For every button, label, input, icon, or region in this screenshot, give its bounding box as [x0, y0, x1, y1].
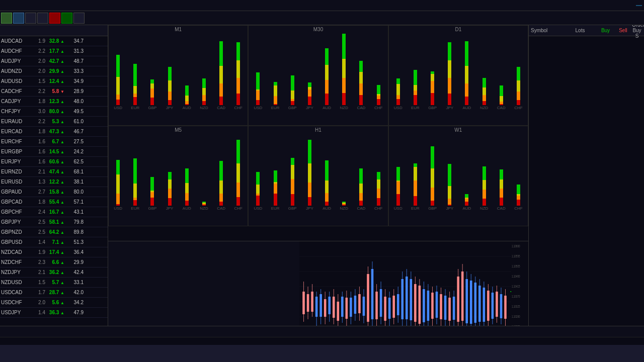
tab-lowest[interactable]: [49, 13, 60, 24]
svg-rect-30: [350, 298, 352, 317]
sym-adp: 57.1: [64, 199, 84, 205]
column-headers: [0, 25, 108, 36]
bar-group: JPY: [441, 164, 458, 211]
symbol-row[interactable]: GBPNZD 2.5 64.2 ▲ 89.8: [0, 227, 108, 237]
symbol-row[interactable]: EURNZD 2.1 47.4 ▲ 68.1: [0, 167, 108, 177]
symbol-row[interactable]: GBPJPY 2.5 58.1 ▲ 79.8: [0, 217, 108, 227]
bar-group: CHF: [370, 172, 387, 211]
symbol-row[interactable]: NZDCHF 2.3 6.6 ▲ 29.9: [0, 257, 108, 267]
currency-bar: [150, 79, 154, 83]
currency-bar: [168, 172, 172, 179]
sym-pso: 15.8 ▲: [45, 189, 64, 195]
candle-svg: 1.10680 1.10595 1.10505 1.10460 1.10415 …: [299, 241, 528, 326]
currency-bar: [377, 179, 380, 189]
tab-trading[interactable]: [1, 13, 12, 24]
currency-bar: [448, 186, 451, 199]
symbol-row[interactable]: USDJPY 1.4 36.3 ▲ 47.9: [0, 308, 108, 318]
chart-h1: H1 USDEURGBPJPYAUDNZDCADCHF: [248, 126, 388, 226]
symbol-row[interactable]: NZDCAD 1.9 17.4 ▲ 36.4: [0, 247, 108, 257]
bar-label: CHF: [514, 206, 522, 211]
symbol-row[interactable]: GBPUSD 1.4 7.1 ▲ 51.3: [0, 237, 108, 247]
bar-group: GBP: [144, 79, 160, 110]
symbol-row[interactable]: EURCAD 1.8 47.3 ▲ 46.7: [0, 127, 108, 137]
sym-spread: 2.0: [31, 300, 45, 305]
sym-pso: 17.4 ▲: [45, 249, 64, 255]
bar-label: JPY: [166, 206, 174, 211]
svg-text:1.10415: 1.10415: [512, 284, 520, 289]
symbol-row[interactable]: CADCHF 2.2 5.8 ▼ 28.9: [0, 86, 108, 97]
sym-name: GBPCAD: [1, 199, 31, 205]
currency-bar: [500, 104, 503, 105]
symbol-row[interactable]: GBPCAD 1.8 55.4 ▲ 57.1: [0, 197, 108, 207]
sym-adp: 89.8: [64, 229, 84, 235]
right-buy-header: Buy: [597, 28, 614, 33]
currency-bar: [291, 179, 294, 194]
currency-bar: [256, 90, 260, 100]
symbol-row[interactable]: AUDNZD 2.0 29.9 ▲ 33.3: [0, 66, 108, 76]
bottom-chart: 1.10680 1.10595 1.10505 1.10460 1.10415 …: [108, 241, 528, 326]
tab-monitoring[interactable]: [13, 13, 24, 24]
symbol-row[interactable]: EURCHF 1.6 6.7 ▲ 27.5: [0, 137, 108, 147]
currency-bar: [150, 192, 154, 198]
currency-bar: [256, 185, 260, 194]
tab-highest[interactable]: [61, 13, 72, 24]
symbol-row[interactable]: GBPCHF 2.4 16.7 ▲ 43.1: [0, 207, 108, 217]
currency-bar: [274, 85, 277, 96]
svg-rect-94: [487, 291, 490, 321]
bar-label: CAD: [217, 206, 225, 211]
currency-bar: [359, 72, 363, 83]
tab-basket-tp[interactable]: [25, 13, 36, 24]
symbol-row[interactable]: AUDCHF 2.2 17.7 ▲ 31.3: [0, 46, 108, 56]
symbol-row[interactable]: CADJPY 1.8 12.3 ▲ 48.0: [0, 97, 108, 107]
bar-label: CAD: [357, 106, 366, 110]
symbol-row[interactable]: EURGBP 1.6 14.5 ▲ 24.2: [0, 147, 108, 157]
symbol-row[interactable]: USDCAD 1.7 28.7 ▲ 42.0: [0, 288, 108, 298]
time-axis: [0, 337, 644, 345]
sym-pso: 6.6 ▲: [45, 259, 64, 265]
svg-text:1.10505: 1.10505: [512, 264, 520, 268]
bar-label: CAD: [497, 106, 506, 110]
sym-spread: 1.6: [31, 149, 45, 154]
symbol-row[interactable]: CHFJPY 3.0 80.0 ▲ 49.5: [0, 107, 108, 117]
symbol-row[interactable]: AUDUSD 1.5 12.4 ▲ 34.9: [0, 76, 108, 86]
symbol-row[interactable]: EURAUD 2.2 5.3 ▲ 61.0: [0, 117, 108, 127]
svg-rect-100: [500, 294, 503, 318]
currency-bar: [500, 179, 503, 189]
symbol-row[interactable]: GBPAUD 2.7 15.8 ▲ 80.0: [0, 187, 108, 197]
currency-bar: [116, 95, 120, 100]
candlestick-chart: 1.10680 1.10595 1.10505 1.10460 1.10415 …: [299, 241, 528, 326]
svg-rect-24: [337, 302, 340, 321]
currency-bar: [342, 93, 346, 105]
svg-rect-92: [483, 288, 486, 322]
svg-rect-62: [419, 286, 421, 324]
svg-rect-22: [333, 297, 335, 318]
sym-adp: 42.0: [64, 290, 84, 295]
bar-group: JPY: [162, 67, 178, 110]
currency-bar: [185, 183, 189, 193]
symbol-row[interactable]: AUDJPY 2.0 42.7 ▲ 48.7: [0, 56, 108, 66]
symbol-row[interactable]: EURJPY 1.6 60.6 ▲ 62.5: [0, 157, 108, 167]
bar-label: GBP: [288, 206, 297, 211]
tab-basket-sl[interactable]: [37, 13, 48, 24]
svg-rect-54: [401, 279, 404, 319]
sym-name: CADCHF: [1, 88, 31, 94]
bar-label: JPY: [306, 106, 313, 110]
symbol-row[interactable]: AUDCAD 1.9 32.8 ▲ 34.7: [0, 36, 108, 46]
sym-spread: 2.2: [31, 119, 45, 124]
symbol-row[interactable]: NZDJPY 2.1 36.2 ▲ 42.4: [0, 267, 108, 278]
currency-bar: [448, 164, 451, 186]
sym-adp: 62.5: [64, 159, 84, 164]
bar-group: GBP: [144, 177, 160, 211]
symbol-row[interactable]: EURUSD 1.3 12.2 ▲ 38.1: [0, 177, 108, 187]
bar-label: CAD: [217, 106, 225, 110]
chart-m5-label: M5: [175, 127, 182, 133]
sym-adp: 68.1: [64, 169, 84, 174]
sym-pso: 42.7 ▲: [45, 58, 64, 64]
bar-group: GBP: [424, 71, 441, 110]
symbol-row[interactable]: USDCHF 2.0 5.6 ▲ 34.2: [0, 298, 108, 308]
svg-rect-28: [346, 298, 348, 319]
symbol-row[interactable]: NZDUSD 1.5 5.7 ▲ 33.1: [0, 278, 108, 288]
currency-bar: [465, 41, 468, 66]
svg-rect-74: [444, 296, 447, 320]
tab-lock[interactable]: [73, 13, 85, 24]
